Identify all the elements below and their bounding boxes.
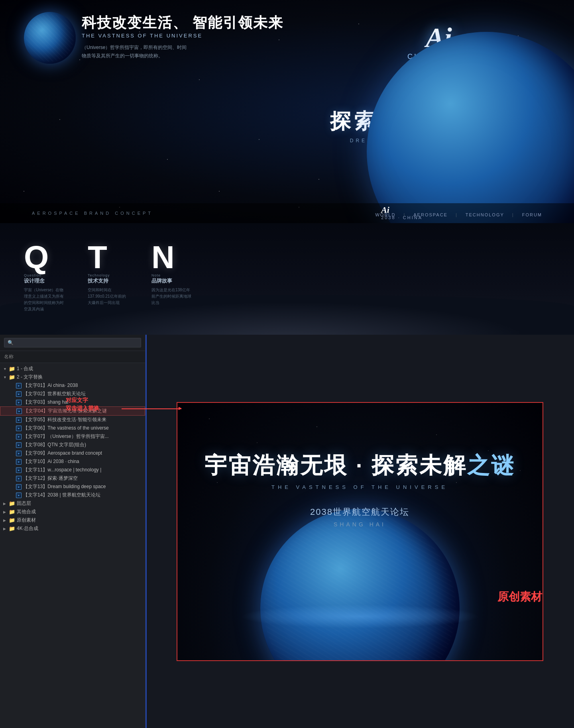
annotation-text: 对应文字 双击进入替换 [66,396,99,412]
nav-sep1: | [403,212,405,217]
preview-forum-text: 2038世界航空航天论坛 [177,506,543,518]
tree-item-2-8[interactable]: ■【文字08】QTN 文字层(组合) [0,441,145,449]
tree-item-label: 【文字12】探索·逐梦深空 [23,475,78,482]
q-letter: Q [24,243,64,272]
qtn-section: Q Question 设计理念 宇宙（Universe）在物理意义上描述又为所有… [0,223,574,335]
search-input[interactable] [4,338,141,347]
left-file-panel: 名称 ▼ 📁1 - 合成▼ 📁2 - 文字替换 ■【文字01】Ai china·… [0,335,145,728]
main-title-cn: 科技改变生活、 智能引领未来 [82,14,283,31]
tree-item-label: 【文字07】（Universe）哲学所指宇宙... [23,433,109,440]
tree-item-label: 【文字14】2038 | 世界航空航天论坛 [23,492,100,498]
preview-main-text: 宇宙浩瀚无垠 · 探索未解之谜 THE VASTNESS OF THE UNIV… [177,451,543,528]
comp-icon: ■ [16,451,22,456]
tree-item-label: 【文字03】shang hai [23,399,68,406]
nav-technology: TECHNOLOGY [466,212,504,217]
tree-item-2-11[interactable]: ■【文字11】w...rospace | technology | [0,466,145,474]
qtn-q-item: Q Question 设计理念 宇宙（Universe）在物理意义上描述又为所有… [24,243,64,312]
comp-icon: ■ [16,476,22,481]
top-section: 科技改变生活、 智能引领未来 THE VASTNESS OF THE UNIVE… [0,0,574,223]
tree-item-2-13[interactable]: ■【文字13】Dream building deep space [0,483,145,491]
tree-item-2-9[interactable]: ■【文字09】Aerospace brand concept [0,449,145,457]
t-letter: T [88,243,128,272]
tree-item-label: 【文字09】Aerospace brand concept [23,450,102,457]
comp-icon: ■ [16,383,22,389]
qtn-left-block: Q Question 设计理念 宇宙（Universe）在物理意义上描述又为所有… [24,243,191,312]
comp-icon: ■ [16,426,22,431]
tree-item-label: 【文字01】Ai china· 2038 [23,382,78,389]
search-bar [0,335,145,351]
tree-item-1[interactable]: ▼ 📁1 - 合成 [0,365,145,373]
tree-item-2[interactable]: ▼ 📁2 - 文字替换 [0,373,145,381]
annotation-area: 对应文字 双击进入替换 [66,396,99,412]
tree-item-6[interactable]: ▶ 📁4K·总合成 [0,524,145,533]
top-bottom-bar: AEROSPACE BRAND CONCEPT Ai 2038 · CHINA … [0,203,574,223]
tree-item-2-14[interactable]: ■【文字14】2038 | 世界航空航天论坛 [0,491,145,499]
tree-item-label: 4K·总合成 [17,525,38,532]
folder-arrow-icon: ▶ [3,502,7,506]
folder-arrow-icon: ▼ [3,375,7,379]
tree-item-5[interactable]: ▶ 📁原创素材 [0,516,145,524]
tree-item-label: 1 - 合成 [17,365,33,372]
q-label: 设计理念 [24,277,64,285]
tree-item-label: 2 - 文字替换 [17,374,43,381]
folder-arrow-icon: ▶ [3,527,7,531]
tree-item-label: 【文字05】科技改变生活·智能引领未来 [23,416,106,423]
nav-aerospace: AEROSPACE [413,212,448,217]
earth-globe-topleft [24,12,76,64]
n-desc: 因为这是光在138亿年前产生的时候距离地球比当 [151,287,191,306]
folder-icon: 📁 [9,517,15,523]
comp-icon: ■ [16,459,22,465]
folder-icon: 📁 [9,509,15,515]
tree-item-2-10[interactable]: ■【文字10】Ai 2038 · china [0,457,145,466]
tree-header: 名称 [0,351,145,363]
folder-arrow-icon: ▶ [3,518,7,522]
tree-item-label: 其他合成 [17,508,36,515]
t-label: 技术支持 [88,277,128,285]
preview-frame: 宇宙浩瀚无垠 · 探索未解之谜 THE VASTNESS OF THE UNIV… [177,402,543,661]
tree-item-label: 【文字10】Ai 2038 · china [23,458,79,465]
tree-item-2-12[interactable]: ■【文字12】探索·逐梦深空 [0,474,145,483]
tree-item-2-5[interactable]: ■【文字05】科技改变生活·智能引领未来 [0,416,145,424]
tree-item-4[interactable]: ▶ 📁其他合成 [0,508,145,516]
nav-sep2: | [456,212,458,217]
folder-icon: 📁 [9,500,15,506]
preview-en-subtitle: THE VASTNESS OF THE UNIVERSE [177,484,543,490]
main-desc: （Universe）哲学所指宇宙，即所有的空间、时间 物质等及其所产生的一切事物… [82,43,201,60]
qtn-n-item: N Note 品牌故事 因为这是光在138亿年前产生的时候距离地球比当 [151,243,191,306]
comp-icon: ■ [16,442,22,448]
preview-cn-title: 宇宙浩瀚无垠 · 探索未解之谜 [177,451,543,481]
qtn-t-item: T Technology 技术支持 空间和时间在137.99±0.21亿年前的大… [88,243,128,306]
n-sublabel: Note [151,273,191,277]
tree-item-label: 【文字08】QTN 文字层(组合) [23,442,86,448]
n-label: 品牌故事 [151,277,191,285]
annotation-arrow [122,408,181,409]
comp-icon: ■ [16,467,22,473]
tree-item-2-7[interactable]: ■【文字07】（Universe）哲学所指宇宙... [0,432,145,441]
comp-icon: ■ [16,417,22,423]
comp-icon: ■ [16,408,22,414]
tree-item-label: 原创素材 [17,517,36,524]
comp-icon: ■ [16,434,22,440]
right-preview-panel: 宇宙浩瀚无垠 · 探索未解之谜 THE VASTNESS OF THE UNIV… [145,335,574,728]
tree-container[interactable]: ▼ 📁1 - 合成▼ 📁2 - 文字替换 ■【文字01】Ai china· 20… [0,363,145,728]
folder-icon: 📁 [9,374,15,380]
tree-item-3[interactable]: ▶ 📁固态层 [0,499,145,508]
comp-icon: ■ [16,493,22,498]
folder-icon: 📁 [9,526,15,532]
comp-icon: ■ [16,484,22,490]
comp-icon: ■ [16,400,22,405]
tree-item-2-6[interactable]: ■【文字06】The vastness of the universe [0,424,145,432]
t-desc: 空间和时间在137.99±0.21亿年前的大爆炸后一同出现 [88,287,128,306]
nav-forum: FORUM [522,212,542,217]
brand-concept-text: AEROSPACE BRAND CONCEPT [32,211,153,216]
q-sublabel: Question [24,273,64,277]
nav-world: WORLD [375,212,395,217]
blue-divider [145,335,147,728]
folder-arrow-icon: ▼ [3,367,7,371]
top-text-block: 科技改变生活、 智能引领未来 THE VASTNESS OF THE UNIVE… [82,14,283,60]
comp-icon: ■ [16,391,22,397]
folder-icon: 📁 [9,366,15,372]
main-title-en: THE VASTNESS OF THE UNIVERSE [82,33,283,39]
tree-item-2-1[interactable]: ■【文字01】Ai china· 2038 [0,381,145,390]
folder-arrow-icon: ▶ [3,510,7,514]
